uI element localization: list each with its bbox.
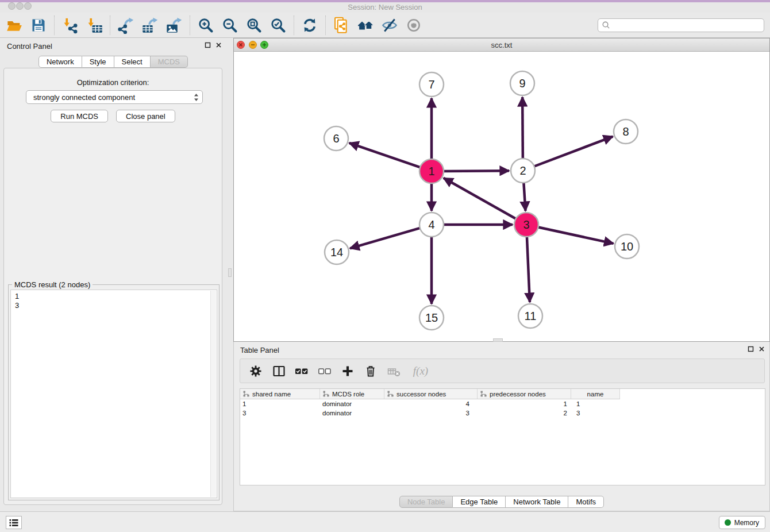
- gear-icon: [249, 365, 262, 377]
- network-canvas[interactable]: 1234678910111415: [234, 52, 769, 341]
- export-table-button[interactable]: [138, 14, 162, 36]
- graph-node-14[interactable]: 14: [325, 240, 349, 264]
- network-window-titlebar: scc.txt: [234, 38, 769, 52]
- control-tab-style[interactable]: Style: [82, 56, 114, 68]
- toolbar-separator: [110, 16, 110, 35]
- export-image-button[interactable]: [162, 14, 186, 36]
- network-from-file-button[interactable]: [329, 14, 353, 36]
- table-cell[interactable]: 3: [240, 408, 320, 418]
- graph-node-4[interactable]: 4: [419, 213, 444, 237]
- table-tab-edge-table[interactable]: Edge Table: [453, 496, 506, 508]
- close-panel-button[interactable]: Close panel: [116, 110, 175, 122]
- graph-node-9[interactable]: 9: [510, 71, 534, 95]
- select-all-icon: [295, 365, 309, 377]
- table-cell[interactable]: 2: [478, 408, 571, 418]
- split-grip-vertical[interactable]: [228, 268, 232, 277]
- search-input[interactable]: [610, 20, 764, 31]
- graph-node-1[interactable]: 1: [419, 159, 444, 183]
- table-cell[interactable]: dominator: [320, 399, 384, 408]
- graph-node-2[interactable]: 2: [511, 159, 535, 183]
- table-cell[interactable]: dominator: [320, 408, 384, 418]
- zoom-fit-button[interactable]: [242, 14, 266, 36]
- toggle-panel-button[interactable]: [271, 364, 286, 379]
- zoom-in-button[interactable]: [194, 14, 218, 36]
- table-row[interactable]: 1dominator411: [240, 399, 765, 408]
- svg-text:2: 2: [519, 164, 526, 177]
- graph-node-11[interactable]: 11: [518, 304, 542, 328]
- delete-column-button[interactable]: [363, 364, 378, 379]
- import-network-button[interactable]: [58, 14, 82, 36]
- column-label: predecessor nodes: [490, 391, 546, 398]
- table-tab-motifs[interactable]: Motifs: [568, 496, 604, 508]
- run-mcds-button[interactable]: Run MCDS: [51, 110, 108, 122]
- graph-edge-2-8[interactable]: [533, 137, 613, 167]
- column-header-MCDS-role[interactable]: MCDS role: [320, 389, 384, 399]
- unselect-all-button[interactable]: [317, 364, 332, 379]
- memory-button[interactable]: Memory: [719, 516, 765, 529]
- mcds-result-list: 13: [11, 291, 210, 497]
- mcds-result-item: 1: [15, 292, 210, 301]
- task-history-button[interactable]: [6, 516, 22, 529]
- delete-table-icon: [387, 365, 401, 377]
- graph-node-15[interactable]: 15: [419, 306, 444, 330]
- column-header-successor-nodes[interactable]: successor nodes: [384, 389, 478, 399]
- graph-edge-1-6[interactable]: [349, 143, 421, 168]
- float-table-panel-icon[interactable]: [748, 346, 754, 352]
- graph-edge-2-3[interactable]: [523, 182, 525, 211]
- hide-graphics-details-button[interactable]: [378, 14, 402, 36]
- close-panel-icon[interactable]: [215, 42, 222, 48]
- graph-node-3[interactable]: 3: [514, 213, 538, 237]
- table-tab-network-table[interactable]: Network Table: [506, 496, 568, 508]
- search-icon: [602, 21, 610, 29]
- table-cell[interactable]: 1: [478, 399, 571, 408]
- select-all-button[interactable]: [294, 364, 309, 379]
- import-table-button[interactable]: [82, 14, 106, 36]
- add-column-button[interactable]: [340, 364, 355, 379]
- svg-text:7: 7: [428, 78, 434, 91]
- column-header-name[interactable]: name: [571, 389, 620, 399]
- close-table-panel-icon[interactable]: [759, 346, 765, 352]
- control-tab-select[interactable]: Select: [114, 56, 151, 68]
- zoom-out-button[interactable]: [218, 14, 242, 36]
- folder-open-icon: [6, 17, 23, 33]
- graph-edge-2-9[interactable]: [522, 97, 523, 160]
- table-cell[interactable]: 1: [571, 399, 620, 408]
- apply-layout-button[interactable]: [353, 14, 378, 36]
- result-scrollbar[interactable]: [210, 291, 216, 497]
- column-header-shared-name[interactable]: shared name: [240, 389, 320, 399]
- show-graphics-details-button[interactable]: [402, 14, 426, 36]
- mcds-panel: Optimization criterion: strongly connect…: [3, 68, 222, 505]
- graph-edge-3-1[interactable]: [444, 178, 517, 219]
- save-session-button[interactable]: [26, 14, 51, 36]
- table-cell[interactable]: 3: [384, 408, 478, 418]
- control-panel: Control Panel NetworkStyleSelectMCDS Opt…: [0, 38, 226, 507]
- table-cell[interactable]: 3: [571, 408, 620, 418]
- memory-label: Memory: [734, 519, 759, 527]
- graph-node-10[interactable]: 10: [615, 234, 639, 259]
- control-tab-mcds[interactable]: MCDS: [151, 56, 188, 68]
- graph-edge-3-10[interactable]: [537, 227, 614, 244]
- network-graph[interactable]: 1234678910111415: [234, 52, 769, 341]
- split-grip-horizontal[interactable]: [493, 338, 503, 342]
- table-settings-button[interactable]: [248, 364, 263, 379]
- graph-edge-4-14[interactable]: [350, 228, 421, 248]
- delete-table-button[interactable]: [386, 364, 401, 379]
- control-tab-network[interactable]: Network: [38, 56, 82, 68]
- float-panel-icon[interactable]: [205, 42, 211, 48]
- graph-node-7[interactable]: 7: [419, 72, 444, 97]
- export-network-button[interactable]: [114, 14, 138, 36]
- graph-edge-3-11[interactable]: [527, 236, 530, 302]
- graph-node-6[interactable]: 6: [324, 126, 348, 151]
- open-session-button[interactable]: [2, 14, 26, 36]
- graph-edge-1-2[interactable]: [442, 171, 509, 171]
- table-tab-node-table[interactable]: Node Table: [399, 496, 453, 508]
- table-cell[interactable]: 4: [384, 399, 478, 408]
- column-header-predecessor-nodes[interactable]: predecessor nodes: [478, 389, 571, 399]
- criterion-dropdown[interactable]: strongly connected component: [26, 90, 203, 104]
- graph-node-8[interactable]: 8: [614, 119, 638, 144]
- table-row[interactable]: 3dominator323: [240, 408, 765, 418]
- table-cell[interactable]: 1: [240, 399, 320, 408]
- zoom-selected-button[interactable]: [266, 14, 290, 36]
- function-builder-button[interactable]: f(x): [409, 364, 432, 379]
- refresh-network-button[interactable]: [298, 14, 322, 36]
